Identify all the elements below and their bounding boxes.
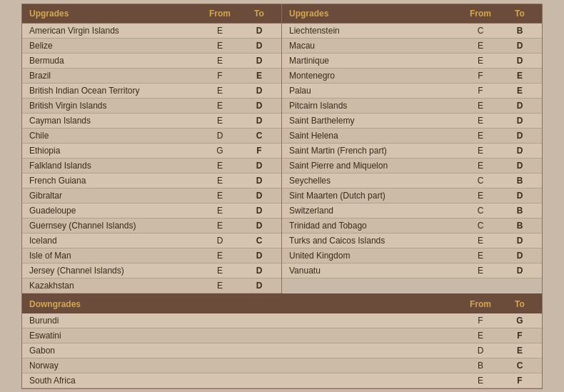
from-cell: C <box>459 205 502 216</box>
table-row: Iceland D C <box>22 233 281 248</box>
country-cell: Chile <box>26 130 198 141</box>
to-cell: D <box>502 115 538 126</box>
to-cell: E <box>502 70 538 81</box>
from-cell: E <box>459 100 502 111</box>
country-cell: Isle of Man <box>26 250 198 261</box>
table-row: Cayman Islands E D <box>22 114 281 129</box>
country-cell: Sint Maarten (Dutch part) <box>286 190 459 201</box>
table-row: Guadeloupe E D <box>22 203 281 218</box>
country-cell: Norway <box>26 360 459 371</box>
country-cell: Burundi <box>26 315 459 326</box>
to-cell: D <box>241 250 277 261</box>
table-row: Guernsey (Channel Islands) E D <box>22 218 281 233</box>
to-cell: G <box>502 315 538 326</box>
from-cell: E <box>459 375 502 386</box>
table-row: Jersey (Channel Islands) E D <box>22 263 281 278</box>
right-upgrades-section: Upgrades From To Liechtenstein C B Macau… <box>282 4 542 293</box>
to-cell: F <box>502 330 538 341</box>
from-cell: G <box>198 145 241 156</box>
country-cell: Pitcairn Islands <box>286 100 459 111</box>
from-cell: F <box>459 85 502 96</box>
left-upgrades-section: Upgrades From To American Virgin Islands… <box>22 4 282 293</box>
to-cell: D <box>241 85 277 96</box>
table-row: Liechtenstein C B <box>282 24 542 39</box>
table-row: Palau F E <box>282 84 542 99</box>
from-cell: F <box>459 315 502 326</box>
table-row: Pitcairn Islands E D <box>282 99 542 114</box>
from-cell: E <box>198 205 241 216</box>
to-cell: D <box>241 280 277 291</box>
country-cell: British Virgin Islands <box>26 100 198 111</box>
to-cell: C <box>241 235 277 246</box>
table-row: Switzerland C B <box>282 203 542 218</box>
from-cell: E <box>459 40 502 51</box>
country-cell: Bermuda <box>26 55 198 66</box>
from-cell: D <box>198 235 241 246</box>
table-row: Brazil F E <box>22 69 281 84</box>
to-cell: D <box>502 100 538 111</box>
table-row: Macau E D <box>282 39 542 54</box>
country-cell: South Africa <box>26 375 459 386</box>
from-cell: F <box>198 70 241 81</box>
to-cell: D <box>241 40 277 51</box>
to-cell: E <box>502 85 538 96</box>
to-cell: D <box>241 25 277 36</box>
downgrades-from-header: From <box>459 298 502 311</box>
from-cell: E <box>459 145 502 156</box>
from-cell: E <box>198 250 241 261</box>
right-upgrades-rows: Liechtenstein C B Macau E D Martinique E… <box>282 24 542 278</box>
from-cell: C <box>459 25 502 36</box>
from-cell: E <box>198 265 241 276</box>
left-upgrades-label: Upgrades <box>26 7 198 20</box>
table-row: Turks and Caicos Islands E D <box>282 233 542 248</box>
country-cell: Brazil <box>26 70 198 81</box>
table-row: Saint Martin (French part) E D <box>282 144 542 159</box>
table-row: Ethiopia G F <box>22 144 281 159</box>
downgrades-rows: Burundi F G Eswatini E F Gabon D E Norwa… <box>22 313 542 388</box>
to-cell: D <box>241 265 277 276</box>
country-cell: Belize <box>26 40 198 51</box>
table-row: French Guiana E D <box>22 174 281 189</box>
to-cell: D <box>241 160 277 171</box>
table-row: Kazakhstan E D <box>22 278 281 293</box>
from-cell: E <box>198 175 241 186</box>
to-cell: D <box>502 160 538 171</box>
from-cell: E <box>459 330 502 341</box>
to-cell: D <box>241 190 277 201</box>
from-cell: E <box>459 55 502 66</box>
from-cell: E <box>198 220 241 231</box>
to-cell: D <box>502 55 538 66</box>
from-cell: E <box>198 100 241 111</box>
from-cell: E <box>459 265 502 276</box>
country-cell: Seychelles <box>286 175 459 186</box>
downgrades-header: Downgrades From To <box>22 295 542 313</box>
from-cell: E <box>198 190 241 201</box>
table-row: Gabon D E <box>22 343 542 358</box>
downgrades-section: Downgrades From To Burundi F G Eswatini … <box>22 293 542 388</box>
country-cell: American Virgin Islands <box>26 25 198 36</box>
table-row: Isle of Man E D <box>22 248 281 263</box>
from-cell: E <box>198 280 241 291</box>
country-cell: Guernsey (Channel Islands) <box>26 220 198 231</box>
from-cell: B <box>459 360 502 371</box>
left-from-header: From <box>198 7 241 20</box>
from-cell: E <box>459 130 502 141</box>
to-cell: D <box>241 220 277 231</box>
country-cell: Gibraltar <box>26 190 198 201</box>
country-cell: Montenegro <box>286 70 459 81</box>
country-cell: Jersey (Channel Islands) <box>26 265 198 276</box>
from-cell: E <box>459 235 502 246</box>
from-cell: F <box>459 70 502 81</box>
country-cell: Martinique <box>286 55 459 66</box>
to-cell: E <box>241 70 277 81</box>
from-cell: C <box>459 175 502 186</box>
downgrades-to-header: To <box>502 298 538 311</box>
table-row: Falkland Islands E D <box>22 159 281 174</box>
downgrades-label: Downgrades <box>26 298 459 311</box>
table-row: Saint Helena E D <box>282 129 542 144</box>
country-cell: Saint Helena <box>286 130 459 141</box>
country-cell: Kazakhstan <box>26 280 198 291</box>
left-upgrades-rows: American Virgin Islands E D Belize E D B… <box>22 24 281 293</box>
table-row: United Kingdom E D <box>282 248 542 263</box>
from-cell: E <box>459 160 502 171</box>
